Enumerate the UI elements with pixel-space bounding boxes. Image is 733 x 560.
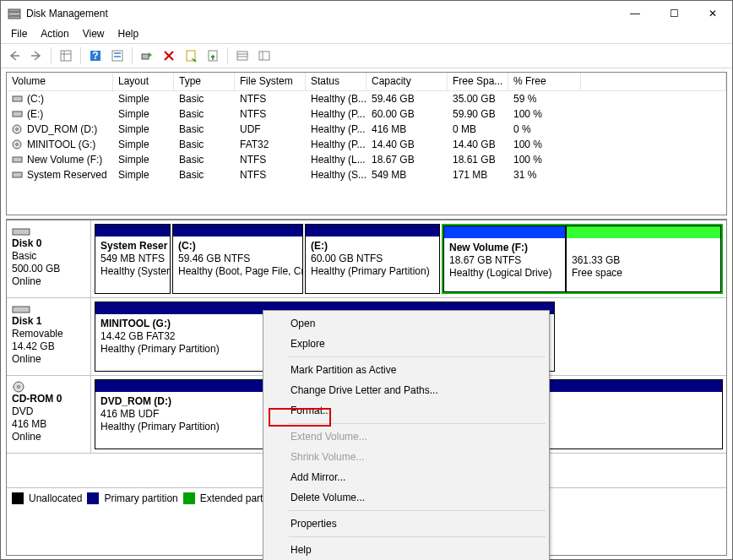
cell-pct: 100 %	[508, 107, 581, 121]
partition-system-reserved[interactable]: System Reser 549 MB NTFS Healthy (System	[95, 224, 171, 294]
partition-title: (E:)	[311, 240, 328, 252]
svg-rect-21	[13, 111, 22, 117]
menu-file[interactable]: File	[4, 26, 34, 43]
cell-free: 14.40 GB	[448, 138, 508, 151]
maximize-button[interactable]: ☐	[654, 1, 693, 26]
svg-point-31	[18, 386, 20, 389]
partition-title: DVD_ROM (D:)	[100, 395, 171, 407]
cell-layout: Simple	[113, 168, 174, 182]
column-header-layout[interactable]: Layout	[113, 73, 174, 91]
ctx-format[interactable]: Format...	[265, 400, 547, 421]
partition-title: (C:)	[178, 240, 196, 252]
menubar: File Action View Help	[1, 26, 732, 43]
column-header-volume[interactable]: Volume	[7, 73, 113, 91]
disc-icon	[12, 381, 85, 393]
legend-extended: Extended part	[200, 492, 263, 504]
partition-e[interactable]: (E:) 60.00 GB NTFS Healthy (Primary Part…	[305, 224, 440, 294]
cell-cap: 59.46 GB	[366, 92, 448, 106]
disk-icon	[12, 226, 85, 237]
action-button[interactable]	[203, 46, 223, 66]
partition-size: 361.33 GB	[572, 254, 620, 266]
refresh-button[interactable]	[137, 46, 157, 66]
disk-0-partitions: System Reser 549 MB NTFS Healthy (System…	[91, 220, 726, 297]
ctx-add-mirror[interactable]: Add Mirror...	[265, 467, 547, 487]
cell-cap: 18.67 GB	[366, 153, 448, 166]
column-header-status[interactable]: Status	[306, 73, 366, 91]
partition-free-space[interactable]: 361.33 GB Free space	[566, 226, 721, 292]
partition-status: Healthy (Boot, Page File, Cra	[178, 265, 302, 277]
disk-row-0: Disk 0 Basic 500.00 GB Online System Res…	[7, 220, 726, 298]
volume-name: (E:)	[27, 108, 43, 120]
disk-1-status: Online	[12, 353, 85, 366]
cell-layout: Simple	[113, 153, 174, 166]
cell-pct: 100 %	[508, 153, 581, 166]
partition-color-bar	[95, 225, 170, 237]
svg-rect-9	[114, 52, 121, 54]
disc-icon	[12, 139, 24, 150]
partition-c[interactable]: (C:) 59.46 GB NTFS Healthy (Boot, Page F…	[172, 224, 303, 294]
list-view-button[interactable]	[232, 46, 252, 66]
disk-1-name: Disk 1	[12, 315, 85, 328]
ctx-properties[interactable]: Properties	[265, 514, 547, 534]
minimize-button[interactable]: —	[616, 1, 654, 26]
ctx-change-drive-letter[interactable]: Change Drive Letter and Paths...	[265, 380, 547, 400]
disk-1-type: Removable	[12, 328, 85, 340]
help-button[interactable]: ?	[85, 46, 106, 66]
svg-rect-1	[8, 13, 20, 15]
back-button[interactable]	[4, 46, 24, 66]
table-row[interactable]: MINITOOL (G:)SimpleBasicFAT32Healthy (P.…	[7, 137, 726, 152]
cdrom-type: DVD	[12, 405, 85, 418]
ctx-open[interactable]: Open	[265, 313, 547, 334]
graphic-view-button[interactable]	[254, 46, 274, 66]
column-header-capacity[interactable]: Capacity	[366, 73, 448, 91]
table-row[interactable]: New Volume (F:)SimpleBasicNTFSHealthy (L…	[7, 152, 726, 167]
ctx-help[interactable]: Help	[265, 540, 547, 560]
delete-button[interactable]	[159, 46, 179, 66]
cell-fs: NTFS	[235, 107, 306, 121]
extended-partition: New Volume (F:) 18.67 GB NTFS Healthy (L…	[442, 224, 723, 294]
table-row[interactable]: DVD_ROM (D:)SimpleBasicUDFHealthy (P...4…	[7, 122, 726, 137]
swatch-unallocated	[12, 492, 24, 504]
disk-0-name: Disk 0	[12, 237, 85, 250]
volume-rows: (C:)SimpleBasicNTFSHealthy (B...59.46 GB…	[7, 91, 726, 215]
properties-button[interactable]	[181, 46, 201, 66]
settings-button[interactable]	[107, 46, 128, 66]
ctx-explore[interactable]: Explore	[265, 334, 547, 354]
partition-body: New Volume (F:) 18.67 GB NTFS Healthy (L…	[444, 238, 565, 291]
cell-pct: 100 %	[508, 138, 581, 151]
cell-name: DVD_ROM (D:)	[7, 122, 113, 136]
partition-color-bar	[306, 225, 439, 237]
table-row[interactable]: System ReservedSimpleBasicNTFSHealthy (S…	[7, 167, 726, 182]
disk-0-label: Disk 0 Basic 500.00 GB Online	[7, 220, 91, 297]
show-hide-tree-button[interactable]	[56, 46, 76, 66]
swatch-extended	[183, 492, 195, 504]
forward-button[interactable]	[26, 46, 46, 66]
cell-fs: NTFS	[235, 168, 306, 182]
column-header-free-spa-[interactable]: Free Spa...	[448, 73, 508, 91]
column-header-file-system[interactable]: File System	[235, 73, 306, 91]
partition-status: Healthy (System	[100, 265, 170, 277]
menu-action[interactable]: Action	[34, 26, 75, 43]
toolbar-separator	[80, 47, 81, 64]
cell-status: Healthy (P...	[306, 107, 366, 121]
cell-pct: 59 %	[508, 92, 581, 106]
drive-icon	[12, 94, 24, 104]
partition-body: (E:) 60.00 GB NTFS Healthy (Primary Part…	[306, 237, 439, 293]
ctx-mark-active[interactable]: Mark Partition as Active	[265, 360, 547, 380]
svg-point-23	[16, 128, 19, 131]
column-header-empty	[581, 73, 726, 91]
ctx-delete-volume[interactable]: Delete Volume...	[265, 487, 547, 508]
volume-list: VolumeLayoutTypeFile SystemStatusCapacit…	[6, 72, 727, 215]
partition-f[interactable]: New Volume (F:) 18.67 GB NTFS Healthy (L…	[443, 226, 566, 292]
column-header-type[interactable]: Type	[174, 73, 235, 91]
svg-rect-28	[13, 229, 30, 235]
column-header--free[interactable]: % Free	[508, 73, 581, 91]
partition-body: 361.33 GB Free space	[567, 238, 720, 291]
table-row[interactable]: (C:)SimpleBasicNTFSHealthy (B...59.46 GB…	[7, 91, 726, 106]
close-button[interactable]: ✕	[693, 1, 732, 26]
menu-view[interactable]: View	[76, 26, 111, 43]
table-row[interactable]: (E:)SimpleBasicNTFSHealthy (P...60.00 GB…	[7, 106, 726, 122]
cell-layout: Simple	[113, 92, 174, 106]
menu-help[interactable]: Help	[111, 26, 146, 43]
partition-color-bar	[567, 226, 720, 238]
